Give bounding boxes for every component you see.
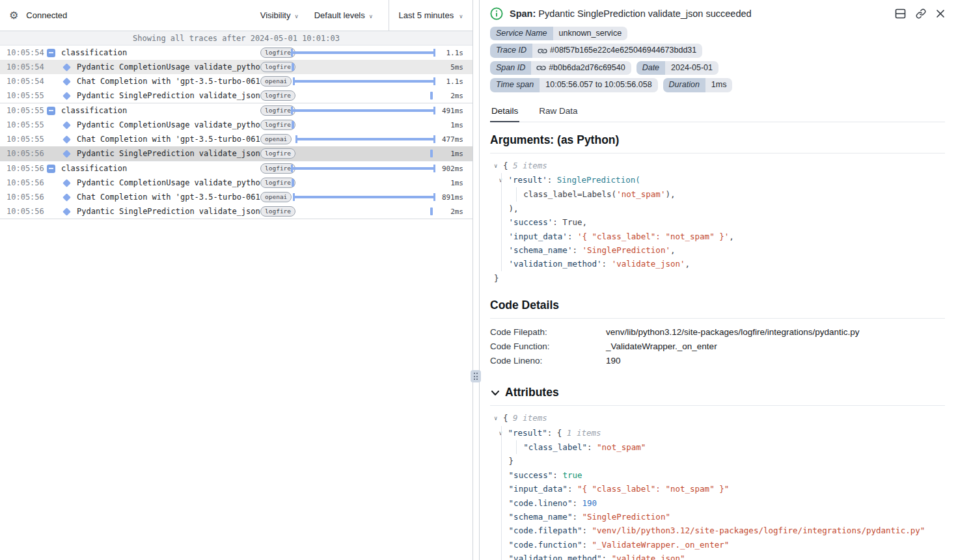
collapse-minus-icon[interactable] bbox=[47, 49, 55, 57]
code-filepath-row: Code Filepath: venv/lib/python3.12/site-… bbox=[490, 325, 945, 340]
span-name: Pydantic CompletionUsage validate_python bbox=[77, 178, 260, 187]
span-duration: 1ms bbox=[435, 121, 472, 129]
span-duration: 477ms bbox=[435, 135, 472, 144]
copy-link-button[interactable] bbox=[916, 8, 926, 19]
duration-track bbox=[292, 176, 435, 190]
time-range-dropdown[interactable]: Last 5 minutes ∨ bbox=[389, 0, 472, 31]
code-details-heading: Code Details bbox=[490, 299, 945, 319]
arguments-heading: Arguments: (as Python) bbox=[490, 133, 945, 153]
span-timestamp: 10:05:56 bbox=[0, 149, 47, 158]
trace-row[interactable]: 10:05:55Chat Completion with 'gpt-3.5-tu… bbox=[0, 132, 472, 146]
trace-row[interactable]: 10:05:56Pydantic CompletionUsage validat… bbox=[0, 176, 472, 190]
collapse-minus-icon[interactable] bbox=[47, 165, 55, 173]
duration-track bbox=[292, 132, 435, 146]
span-name: Chat Completion with 'gpt-3.5-turbo-0613… bbox=[77, 193, 260, 202]
code-line: ∨"result": { 1 items bbox=[494, 426, 945, 440]
span-diamond-icon bbox=[62, 121, 71, 129]
trace-rows: 10:05:54classificationlogfire1.1s10:05:5… bbox=[0, 46, 472, 219]
trace-row[interactable]: 10:05:54Chat Completion with 'gpt-3.5-tu… bbox=[0, 74, 472, 88]
badge-label: Duration bbox=[663, 78, 705, 92]
trace-row[interactable]: 10:05:54Pydantic CompletionUsage validat… bbox=[0, 60, 472, 74]
scope-tag: logfire bbox=[260, 148, 295, 159]
span-duration: 5ms bbox=[435, 63, 472, 72]
settings-gear-icon[interactable]: ⚙ bbox=[9, 9, 18, 21]
panel-splitter[interactable] bbox=[473, 0, 479, 560]
split-view-button[interactable] bbox=[895, 8, 906, 19]
collapse-caret-icon[interactable]: ∨ bbox=[499, 174, 508, 187]
span-timestamp: 10:05:56 bbox=[0, 207, 47, 216]
span-diamond-icon bbox=[62, 207, 71, 216]
duration-bar bbox=[296, 138, 435, 140]
span-name: classification bbox=[61, 164, 127, 173]
scope-tag: logfire bbox=[260, 47, 295, 58]
code-function-label: Code Function: bbox=[490, 340, 606, 354]
trace-group: 10:05:55classificationlogfire491ms10:05:… bbox=[0, 103, 472, 161]
span-name: Chat Completion with 'gpt-3.5-turbo-0613… bbox=[77, 77, 260, 86]
duration-bar bbox=[294, 80, 435, 83]
trace-row[interactable]: 10:05:56Pydantic SinglePrediction valida… bbox=[0, 146, 472, 161]
span-name: Pydantic SinglePrediction validate_json bbox=[77, 149, 260, 158]
code-line: "code.function": "_ValidateWrapper._on_e… bbox=[494, 538, 945, 552]
span-diamond-icon bbox=[62, 135, 71, 144]
trace-row[interactable]: 10:05:55Pydantic SinglePrediction valida… bbox=[0, 88, 472, 103]
close-icon[interactable] bbox=[936, 9, 945, 18]
trace-row[interactable]: 10:05:56classificationlogfire902ms bbox=[0, 161, 472, 176]
badge-label: Trace ID bbox=[490, 44, 532, 57]
chevron-down-icon: ∨ bbox=[294, 13, 298, 20]
span-timestamp: 10:05:55 bbox=[0, 120, 47, 129]
collapse-minus-icon[interactable] bbox=[47, 107, 55, 115]
link-icon[interactable] bbox=[535, 62, 547, 73]
scope-tag: logfire bbox=[260, 62, 295, 72]
link-icon[interactable] bbox=[536, 45, 548, 57]
badge-value: #b0b6da2d76c69540 bbox=[531, 61, 631, 75]
scope-tag: openai bbox=[260, 192, 292, 202]
badge-label: Service Name bbox=[490, 27, 553, 40]
tab-details[interactable]: Details bbox=[490, 101, 519, 122]
badge-value: #08f57b165e22c4e625046944673bdd31 bbox=[532, 44, 702, 57]
code-function-row: Code Function: _ValidateWrapper._on_ente… bbox=[490, 340, 945, 354]
duration-tick bbox=[292, 179, 294, 187]
collapse-caret-icon[interactable]: ∨ bbox=[499, 427, 508, 440]
tab-raw-data[interactable]: Raw Data bbox=[538, 101, 579, 122]
code-line: 'schema_name': 'SinglePrediction', bbox=[494, 243, 945, 257]
code-filepath-value: venv/lib/python3.12/site-packages/logfir… bbox=[606, 325, 859, 340]
code-line: ), bbox=[494, 202, 945, 215]
collapse-caret-icon[interactable]: ∨ bbox=[494, 412, 503, 425]
span-duration: 1ms bbox=[435, 179, 472, 187]
visibility-dropdown[interactable]: Visibility ∨ bbox=[260, 10, 299, 20]
chevron-down-icon[interactable] bbox=[490, 388, 500, 398]
span-diamond-icon bbox=[62, 63, 71, 72]
code-line: ∨{ 9 items bbox=[494, 411, 945, 425]
splitter-grip-icon[interactable] bbox=[471, 370, 481, 382]
trace-row[interactable]: 10:05:56Pydantic SinglePrediction valida… bbox=[0, 204, 472, 219]
trace-group: 10:05:56classificationlogfire902ms10:05:… bbox=[0, 161, 472, 219]
badge-label: Span ID bbox=[490, 61, 531, 75]
scope-tag: logfire bbox=[260, 163, 295, 174]
info-icon bbox=[490, 7, 503, 20]
trace-row[interactable]: 10:05:54classificationlogfire1.1s bbox=[0, 46, 472, 60]
code-line: "schema_name": "SinglePrediction" bbox=[494, 510, 945, 524]
duration-track bbox=[292, 103, 435, 118]
span-timestamp: 10:05:55 bbox=[0, 135, 47, 144]
code-line: 'validation_method': 'validate_json', bbox=[494, 257, 945, 271]
default-levels-dropdown[interactable]: Default levels ∨ bbox=[314, 10, 373, 20]
trace-row[interactable]: 10:05:56Chat Completion with 'gpt-3.5-tu… bbox=[0, 190, 472, 204]
duration-tick bbox=[430, 207, 433, 215]
duration-track bbox=[292, 88, 435, 103]
span-metadata-badges: Service Nameunknown_serviceTrace ID#08f5… bbox=[490, 27, 842, 92]
duration-tick bbox=[292, 63, 294, 71]
badge-value: 10:05:56.057 to 10:05:56.058 bbox=[540, 78, 657, 92]
span-duration: 2ms bbox=[435, 92, 472, 100]
attributes-heading: Attributes bbox=[490, 386, 945, 406]
span-name: Pydantic SinglePrediction validate_json bbox=[77, 91, 260, 100]
span-timestamp: 10:05:55 bbox=[0, 91, 47, 100]
duration-track bbox=[292, 161, 435, 176]
code-line: class_label=Labels('not_spam'), bbox=[494, 187, 945, 201]
span-timestamp: 10:05:54 bbox=[0, 62, 47, 72]
trace-row[interactable]: 10:05:55Pydantic CompletionUsage validat… bbox=[0, 118, 472, 132]
trace-row[interactable]: 10:05:55classificationlogfire491ms bbox=[0, 103, 472, 118]
scope-tag: logfire bbox=[260, 90, 295, 101]
duration-bar bbox=[292, 167, 435, 170]
collapse-caret-icon[interactable]: ∨ bbox=[494, 159, 503, 173]
span-duration: 2ms bbox=[435, 207, 472, 216]
